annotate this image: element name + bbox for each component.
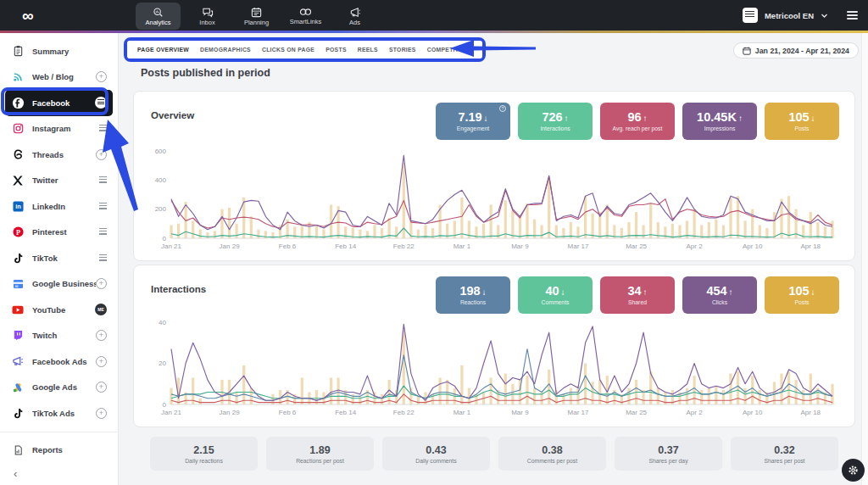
svg-text:Apr 18: Apr 18 — [801, 409, 821, 416]
tab-demographics[interactable]: DEMOGRAPHICS — [200, 47, 251, 53]
account-name[interactable]: Metricool EN — [765, 11, 814, 20]
stats-row: 2.15Daily reactions1.89Reactions per pos… — [150, 437, 838, 471]
add-connection-icon[interactable]: + — [96, 149, 107, 160]
svg-text:Mar 25: Mar 25 — [626, 409, 647, 416]
brand-mini-badge — [98, 227, 107, 237]
hamburger-menu-icon[interactable] — [847, 11, 858, 20]
gear-icon — [848, 465, 859, 476]
svg-text:Feb 14: Feb 14 — [335, 409, 356, 416]
sidebar-item-instagram[interactable]: Instagram — [5, 116, 113, 142]
sidebar-item-twitter[interactable]: Twitter — [5, 168, 113, 194]
ads-icon — [349, 7, 361, 18]
overview-card-interactions: 726↑Interactions — [518, 103, 593, 140]
svg-text:P: P — [15, 229, 19, 237]
metricool-analytics-page: ∞ AnalyticsInboxPlanningSmartLinksAds Me… — [0, 0, 868, 485]
svg-text:600: 600 — [155, 148, 167, 155]
sidebar-item-google-ads[interactable]: Google Ads+ — [5, 375, 113, 401]
settings-fab-button[interactable] — [842, 459, 865, 482]
nav-item-inbox[interactable]: Inbox — [185, 3, 230, 30]
overview-card-avg-reach-per-post: 96↑Avg. reach per post — [600, 103, 675, 140]
svg-text:Feb 22: Feb 22 — [393, 242, 415, 250]
brand-mini-badge — [98, 202, 107, 211]
chevron-down-icon[interactable] — [821, 8, 828, 23]
connected-account-avatar — [95, 97, 107, 109]
svg-text:Jan 21: Jan 21 — [161, 409, 182, 416]
tab-reels[interactable]: REELS — [358, 47, 378, 53]
svg-text:Jan 29: Jan 29 — [220, 409, 241, 416]
nav-label: Analytics — [145, 19, 170, 26]
top-bar: ∞ AnalyticsInboxPlanningSmartLinksAds Me… — [0, 0, 868, 31]
trend-down-icon: ↓ — [484, 114, 488, 123]
add-connection-icon[interactable]: + — [96, 330, 107, 341]
sidebar-item-facebook-ads[interactable]: Facebook Ads+ — [5, 348, 113, 375]
add-connection-icon[interactable]: + — [96, 408, 107, 419]
interactions-card-comments: 40↓Comments — [518, 276, 593, 314]
scrollbar[interactable] — [861, 33, 868, 485]
sidebar-item-web-blog[interactable]: Web / Blog+ — [5, 64, 113, 91]
tab-clicks-on-page[interactable]: CLICKS ON PAGE — [262, 47, 314, 53]
interactions-card-reactions: 198↓Reactions — [436, 276, 510, 314]
sidebar: SummaryWeb / Blog+FacebookInstagramThrea… — [0, 33, 119, 485]
svg-text:Mar 1: Mar 1 — [453, 409, 471, 416]
svg-text:0: 0 — [163, 401, 167, 409]
sidebar-item-facebook[interactable]: Facebook — [5, 90, 113, 116]
nav-item-analytics[interactable]: Analytics — [136, 3, 181, 30]
info-icon[interactable]: ? — [499, 105, 506, 112]
stat-card-comments-per-post: 0.38Comments per post — [498, 437, 606, 471]
svg-text:40: 40 — [159, 319, 166, 326]
sidebar-item-threads[interactable]: Threads+ — [5, 142, 113, 168]
overview-card-engagement: ?7.19↓Engagement — [436, 103, 510, 140]
summary-icon — [11, 44, 25, 58]
svg-text:Jan 21: Jan 21 — [161, 242, 182, 250]
sidebar-item-summary[interactable]: Summary — [5, 38, 113, 64]
add-connection-icon[interactable]: + — [96, 356, 107, 367]
tab-posts[interactable]: POSTS — [326, 47, 347, 53]
nav-label: Inbox — [199, 19, 214, 26]
svg-text:400: 400 — [155, 176, 167, 184]
svg-text:Mar 17: Mar 17 — [568, 409, 589, 416]
interactions-title: Interactions — [151, 284, 206, 294]
tab-stories[interactable]: STORIES — [389, 47, 416, 53]
svg-text:Apr 10: Apr 10 — [743, 242, 763, 250]
svg-text:Feb 22: Feb 22 — [393, 409, 415, 416]
stat-card-shares-per-day: 0.37Shares per day — [615, 437, 722, 471]
trend-up-icon: ↑ — [643, 114, 648, 123]
sidebar-item-pinterest[interactable]: PPinterest — [5, 220, 113, 246]
stat-card-daily-reactions: 2.15Daily reactions — [150, 437, 258, 471]
svg-text:Apr 2: Apr 2 — [687, 409, 704, 416]
facebook-icon — [11, 96, 25, 109]
top-navigation: AnalyticsInboxPlanningSmartLinksAds — [136, 0, 377, 31]
nav-item-smartlinks[interactable]: SmartLinks — [283, 3, 328, 30]
sidebar-item-youtube[interactable]: YouTubeME — [5, 297, 113, 323]
overview-card-impressions: 10.45K↑Impressions — [682, 103, 757, 140]
brand-mini-badge — [98, 176, 107, 185]
sidebar-item-linkedin[interactable]: inLinkedIn — [5, 193, 113, 220]
nav-item-planning[interactable]: Planning — [234, 3, 279, 30]
brand-avatar[interactable] — [743, 8, 758, 23]
add-connection-icon[interactable]: + — [96, 382, 107, 393]
overview-title: Overview — [151, 110, 194, 120]
sidebar-item-twitch[interactable]: Twitch+ — [5, 323, 113, 349]
sidebar-item-reports[interactable]: Reports — [5, 438, 113, 464]
stat-card-shares-per-post: 0.32Shares per post — [731, 437, 838, 471]
interactions-chart: 02040Jan 21Jan 29Feb 6Feb 14Feb 22Mar 1M… — [149, 316, 837, 421]
tab-competitors[interactable]: COMPETITORS — [427, 47, 472, 53]
sidebar-item-tiktok-ads[interactable]: TikTok Ads+ — [5, 400, 113, 426]
smartlinks-icon — [299, 7, 312, 17]
planning-icon — [251, 7, 262, 18]
sidebar-item-tiktok[interactable]: TikTok — [5, 245, 113, 271]
svg-text:Apr 18: Apr 18 — [801, 242, 821, 250]
date-range-picker[interactable]: Jan 21, 2024 - Apr 21, 2024 — [733, 42, 859, 59]
main-content: PAGE OVERVIEWDEMOGRAPHICSCLICKS ON PAGEP… — [120, 33, 868, 485]
add-connection-icon[interactable]: + — [96, 71, 107, 82]
nav-item-ads[interactable]: Ads — [332, 3, 377, 30]
tab-page-overview[interactable]: PAGE OVERVIEW — [137, 47, 189, 53]
metricool-logo-icon[interactable]: ∞ — [22, 8, 34, 24]
page-title: Posts published in period — [141, 67, 270, 79]
svg-text:Mar 1: Mar 1 — [453, 242, 471, 250]
svg-text:Mar 9: Mar 9 — [511, 242, 529, 250]
add-connection-icon[interactable]: + — [96, 278, 107, 289]
sidebar-collapse-button[interactable]: ‹ — [14, 467, 17, 480]
sidebar-item-google-business[interactable]: Google Business ...+ — [5, 271, 113, 298]
nav-label: Planning — [244, 19, 269, 26]
